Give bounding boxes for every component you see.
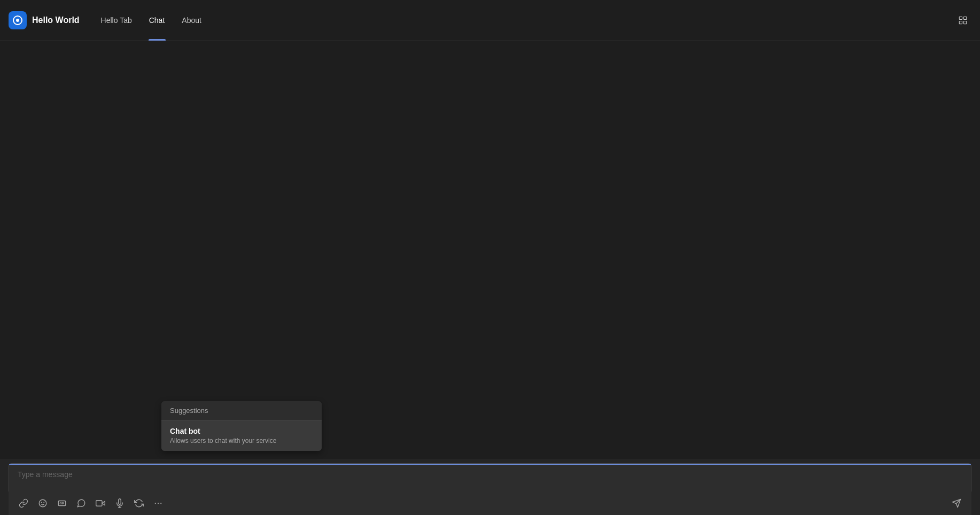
main-content: Suggestions Chat bot Allows users to cha… [0,41,980,515]
app-title: Hello World [32,15,80,25]
tab-about[interactable]: About [173,0,210,41]
chat-area [0,41,980,515]
app-logo-icon [13,15,22,25]
svg-rect-10 [96,501,102,506]
attach-button[interactable] [15,495,32,512]
tab-chat[interactable]: Chat [141,0,174,41]
header-right [954,12,971,29]
suggestions-header: Suggestions [161,401,322,420]
toolbar: GIF [9,491,971,515]
svg-point-13 [155,503,156,504]
svg-rect-0 [959,17,962,19]
suggestions-popup: Suggestions Chat bot Allows users to cha… [161,401,322,451]
meet-button[interactable] [92,495,109,512]
audio-button[interactable] [111,495,128,512]
svg-text:GIF: GIF [60,502,65,505]
svg-rect-2 [959,21,962,24]
emoji-button[interactable] [34,495,51,512]
suggestion-description: Allows users to chat with your service [170,437,313,444]
svg-marker-9 [102,501,105,505]
sticker-button[interactable] [73,495,90,512]
settings-icon[interactable] [954,12,971,29]
app-logo [9,11,27,29]
svg-point-4 [39,500,46,507]
more-button[interactable] [150,495,167,512]
send-button[interactable] [948,495,965,512]
svg-rect-3 [964,21,967,24]
loop-button[interactable] [130,495,147,512]
suggestion-title: Chat bot [170,427,313,435]
suggestion-item[interactable]: Chat bot Allows users to chat with your … [161,420,322,451]
tab-hello-tab[interactable]: Hello Tab [92,0,141,41]
input-area: GIF [0,459,980,515]
nav-tabs: Hello Tab Chat About [92,0,210,41]
svg-rect-1 [964,17,967,19]
gif-button[interactable]: GIF [53,495,71,512]
input-top-border [9,464,971,465]
header: Hello World Hello Tab Chat About [0,0,980,41]
svg-point-14 [158,503,159,504]
chat-input[interactable] [9,464,971,489]
svg-point-15 [160,503,161,504]
chat-input-wrapper [9,463,971,491]
